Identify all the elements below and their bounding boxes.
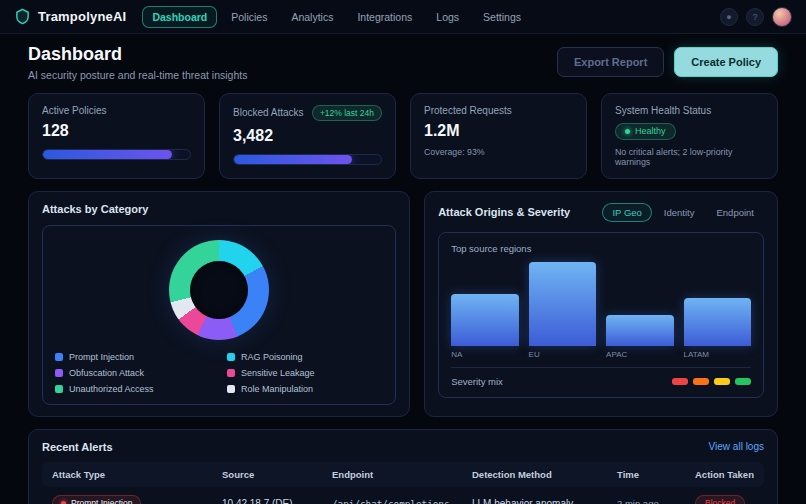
stat-label: Active Policies [42,105,106,116]
alerts-table-header: Attack Type Source Endpoint Detection Me… [42,462,764,487]
nav-item-dashboard[interactable]: Dashboard [142,6,217,28]
table-row[interactable]: Prompt Injection 10.42.18.7 (DE) /api/ch… [42,487,764,504]
tab-ip-geo[interactable]: IP Geo [602,203,651,222]
shield-logo-icon [14,8,31,25]
regions-subtitle: Top source regions [451,243,751,254]
origins-tabs: IP Geo Identity Endpoint [602,203,764,222]
legend-swatch [227,385,235,393]
brand[interactable]: TrampolyneAI [14,8,126,25]
main-nav: Dashboard Policies Analytics Integration… [142,6,531,28]
detection-method-cell: LLM behavior anomaly [472,498,617,504]
region-label: NA [451,350,518,359]
stat-label: Blocked Attacks [233,107,304,118]
category-chart-panel: Prompt Injection RAG Poisoning Obfuscati… [42,225,396,405]
user-avatar[interactable] [772,7,792,27]
attack-origins-card: Attack Origins & Severity IP Geo Identit… [424,191,778,417]
donut-hole [190,261,248,319]
header-actions: Export Report Create Policy [557,47,778,77]
nav-item-policies[interactable]: Policies [221,6,277,28]
page-subtitle: AI security posture and real-time threat… [28,69,247,81]
card-title: Attack Origins & Severity [438,206,570,218]
region-bar [529,262,596,346]
legend-item: RAG Poisoning [227,352,383,362]
legend-label: Role Manipulation [241,384,313,394]
region-labels: NA EU APAC LATAM [451,350,751,359]
category-legend: Prompt Injection RAG Poisoning Obfuscati… [55,352,383,394]
severity-dot-icon [61,501,66,504]
health-note: No critical alerts; 2 low-priority warni… [615,147,764,167]
category-donut-chart [169,240,269,340]
legend-item: Unauthorized Access [55,384,211,394]
region-bar [451,294,518,346]
nav-item-integrations[interactable]: Integrations [347,6,422,28]
navbar-right: ● ? [720,7,792,27]
stats-row: Active Policies 128 Blocked Attacks +12%… [28,93,778,179]
column-header: Endpoint [332,469,472,480]
region-label: APAC [606,350,673,359]
stat-value: 3,482 [233,127,382,145]
column-header: Source [222,469,332,480]
recent-alerts-card: Recent Alerts View all logs Attack Type … [28,429,778,504]
legend-label: RAG Poisoning [241,352,303,362]
help-button[interactable]: ? [746,8,764,26]
time-cell: 2 min ago [617,498,695,504]
legend-swatch [55,369,63,377]
column-header: Time [617,469,695,480]
brand-name: TrampolyneAI [38,9,126,24]
severity-pill [714,378,730,385]
severity-pill [672,378,688,385]
nav-item-settings[interactable]: Settings [473,6,531,28]
legend-swatch [55,353,63,361]
card-title: Attacks by Category [42,203,396,215]
tab-endpoint[interactable]: Endpoint [706,203,764,222]
region-bar-chart [451,262,751,346]
view-all-logs-link[interactable]: View all logs [709,441,764,452]
severity-label: Severity mix [451,376,503,387]
legend-item: Prompt Injection [55,352,211,362]
stat-card-active-policies: Active Policies 128 [28,93,205,179]
nav-item-analytics[interactable]: Analytics [281,6,343,28]
nav-item-logs[interactable]: Logs [426,6,469,28]
recent-alerts-title: Recent Alerts [42,441,113,453]
notifications-button[interactable]: ● [720,8,738,26]
page-header: Dashboard AI security posture and real-t… [0,34,806,83]
attack-type-badge: Prompt Injection [52,495,141,504]
top-navbar: TrampolyneAI Dashboard Policies Analytic… [0,0,806,34]
progress-fill [234,155,352,164]
coverage-note: Coverage: 93% [424,147,573,157]
health-status-text: Healthy [635,126,666,136]
attacks-by-category-card: Attacks by Category Prompt Injection RAG… [28,191,410,417]
source-cell: 10.42.18.7 (DE) [222,498,332,504]
health-status-badge: Healthy [615,123,676,140]
stat-value: 1.2M [424,122,573,140]
severity-pills [672,378,751,385]
legend-item: Obfuscation Attack [55,368,211,378]
legend-label: Obfuscation Attack [69,368,144,378]
progress-track [233,154,382,165]
column-header: Attack Type [52,469,222,480]
trend-badge: +12% last 24h [312,105,382,121]
severity-pill [693,378,709,385]
column-header: Action Taken [695,469,754,480]
progress-track [42,149,191,160]
legend-item: Role Manipulation [227,384,383,394]
legend-label: Unauthorized Access [69,384,154,394]
stat-label: System Health Status [615,105,711,116]
region-label: LATAM [684,350,751,359]
severity-row: Severity mix [451,367,751,387]
health-dot-icon [625,129,630,134]
stat-card-protected-requests: Protected Requests 1.2M Coverage: 93% [410,93,587,179]
tab-identity[interactable]: Identity [654,203,705,222]
endpoint-cell: /api/chat/completions [332,498,472,504]
progress-fill [43,150,172,159]
create-policy-button[interactable]: Create Policy [674,47,778,77]
region-bar [606,315,673,346]
middle-row: Attacks by Category Prompt Injection RAG… [28,191,778,417]
stat-card-blocked-attacks: Blocked Attacks +12% last 24h 3,482 [219,93,396,179]
action-badge: Blocked [695,495,745,504]
export-report-button[interactable]: Export Report [557,47,664,77]
legend-swatch [227,353,235,361]
severity-pill [735,378,751,385]
region-bar [684,298,751,346]
legend-label: Sensitive Leakage [241,368,315,378]
